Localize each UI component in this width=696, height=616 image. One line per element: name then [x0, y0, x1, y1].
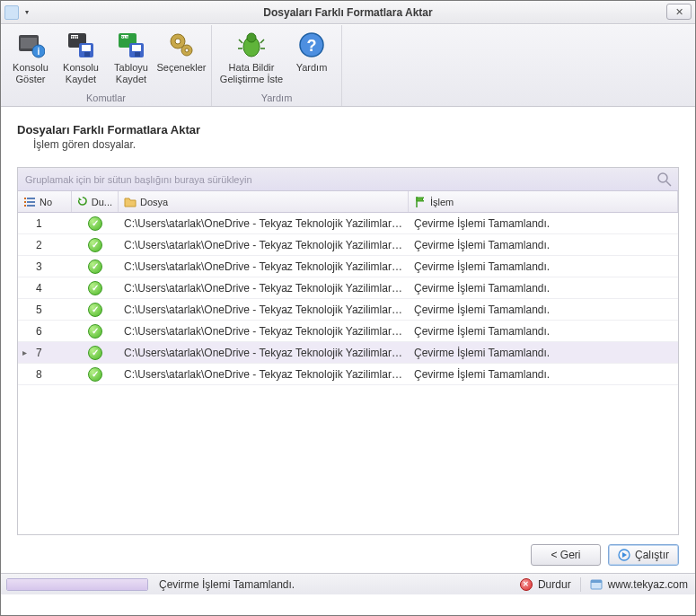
search-icon[interactable]	[656, 172, 673, 188]
folder-icon	[124, 196, 137, 208]
column-header-file[interactable]: Dosya	[119, 191, 409, 212]
cell-status	[72, 303, 119, 317]
table-row[interactable]: 3C:\Users\atarlak\OneDrive - Tekyaz Tekn…	[18, 256, 678, 277]
ribbon-label: Hata BildirGeliştirme İste	[220, 62, 283, 84]
grid-header: No Du... Dosya İşlem	[18, 191, 678, 213]
page-subheading: İşlem gören dosyalar.	[33, 138, 679, 151]
column-label: İşlem	[430, 197, 454, 207]
table-row[interactable]: 1C:\Users\atarlak\OneDrive - Tekyaz Tekn…	[18, 213, 678, 234]
status-ok-icon	[88, 324, 102, 339]
grid-group-hint: Gruplamak için bir sütun başlığını buray…	[25, 174, 252, 185]
svg-text:TXT: TXT	[71, 35, 78, 40]
cell-op: Çevirme İşlemi Tamamlandı.	[409, 260, 678, 273]
svg-text:?: ?	[307, 37, 317, 55]
button-label: Çalıştır	[635, 549, 669, 561]
table-row[interactable]: ▸7C:\Users\atarlak\OneDrive - Tekyaz Tek…	[18, 342, 678, 364]
separator	[580, 577, 581, 592]
title-bar: ▾ Dosyaları Farklı Formatlara Aktar ✕	[1, 1, 695, 24]
cell-status	[72, 324, 119, 339]
run-button[interactable]: Çalıştır	[608, 544, 679, 566]
ribbon: i KonsoluGöster TXT KonsoluKaydet XLS Ta…	[1, 24, 695, 107]
status-ok-icon	[88, 367, 102, 382]
table-row[interactable]: 5C:\Users\atarlak\OneDrive - Tekyaz Tekn…	[18, 299, 678, 321]
cell-status	[72, 281, 119, 295]
column-header-no[interactable]: No	[18, 191, 72, 212]
table-row[interactable]: 4C:\Users\atarlak\OneDrive - Tekyaz Tekn…	[18, 277, 678, 299]
table-row[interactable]: 6C:\Users\atarlak\OneDrive - Tekyaz Tekn…	[18, 321, 678, 342]
column-label: Dosya	[140, 197, 168, 207]
cell-op: Çevirme İşlemi Tamamlandı.	[409, 217, 678, 230]
svg-rect-32	[24, 205, 26, 207]
table-save-icon: XLS	[117, 31, 145, 59]
cell-no: 4	[31, 282, 72, 295]
svg-point-28	[658, 173, 667, 182]
svg-rect-38	[591, 580, 602, 583]
refresh-icon	[77, 196, 88, 208]
cell-no: 3	[31, 260, 72, 273]
ribbon-label: Seçenekler	[156, 62, 206, 74]
show-console-button[interactable]: i KonsoluGöster	[6, 27, 55, 91]
cell-file: C:\Users\atarlak\OneDrive - Tekyaz Tekno…	[119, 347, 409, 359]
status-ok-icon	[88, 260, 102, 274]
cell-file: C:\Users\atarlak\OneDrive - Tekyaz Tekno…	[119, 217, 409, 230]
ribbon-label: Yardım	[296, 62, 328, 74]
row-indicator: ▸	[18, 348, 31, 357]
list-icon	[23, 196, 36, 208]
cell-status	[72, 346, 119, 360]
flag-icon	[414, 196, 427, 208]
svg-rect-15	[135, 52, 140, 57]
progress-bar	[6, 578, 148, 591]
status-message: Çevirme İşlemi Tamamlandı.	[159, 578, 295, 591]
play-icon	[618, 549, 630, 561]
ribbon-label: KonsoluKaydet	[63, 62, 99, 84]
cell-op: Çevirme İşlemi Tamamlandı.	[409, 325, 678, 338]
grid-group-panel[interactable]: Gruplamak için bir sütun başlığını buray…	[18, 168, 678, 191]
cell-status	[72, 238, 119, 252]
svg-point-19	[185, 48, 189, 52]
save-console-button[interactable]: TXT KonsoluKaydet	[57, 27, 105, 91]
ribbon-group-commands: i KonsoluGöster TXT KonsoluKaydet XLS Ta…	[1, 25, 212, 106]
app-icon	[4, 5, 19, 20]
back-button[interactable]: < Geri	[531, 544, 601, 566]
svg-text:XLS: XLS	[121, 35, 128, 40]
stop-button[interactable]: Durdur	[538, 578, 571, 591]
save-table-button[interactable]: XLS TabloyuKaydet	[107, 27, 155, 91]
ribbon-group-caption: Komutlar	[6, 91, 206, 106]
grid-body[interactable]: 1C:\Users\atarlak\OneDrive - Tekyaz Tekn…	[18, 213, 678, 534]
report-bug-button[interactable]: Hata BildirGeliştirme İste	[217, 27, 286, 91]
svg-rect-30	[24, 198, 26, 199]
help-button[interactable]: ? Yardım	[287, 27, 336, 91]
page-heading: Dosyaları Farklı Formatlara Aktar	[17, 123, 679, 136]
cell-no: 5	[31, 304, 72, 316]
cell-file: C:\Users\atarlak\OneDrive - Tekyaz Tekno…	[119, 304, 409, 316]
svg-line-23	[260, 40, 264, 43]
console-show-icon: i	[16, 31, 45, 59]
column-header-op[interactable]: İşlem	[409, 191, 678, 212]
cell-status	[72, 216, 119, 231]
table-row[interactable]: 2C:\Users\atarlak\OneDrive - Tekyaz Tekn…	[18, 234, 678, 256]
cell-no: 1	[31, 217, 72, 230]
svg-point-17	[175, 39, 181, 44]
gear-icon	[167, 31, 196, 59]
cell-status	[72, 260, 119, 274]
cell-op: Çevirme İşlemi Tamamlandı.	[409, 347, 678, 359]
column-label: Du...	[92, 197, 112, 207]
table-row[interactable]: 8C:\Users\atarlak\OneDrive - Tekyaz Tekn…	[18, 364, 678, 385]
window-title: Dosyaları Farklı Formatlara Aktar	[1, 6, 695, 19]
cell-op: Çevirme İşlemi Tamamlandı.	[409, 368, 678, 381]
cell-no: 8	[31, 368, 72, 381]
status-ok-icon	[88, 346, 102, 360]
column-label: No	[40, 197, 52, 207]
ribbon-label: TabloyuKaydet	[114, 62, 148, 84]
column-header-status[interactable]: Du...	[72, 191, 119, 212]
cell-op: Çevirme İşlemi Tamamlandı.	[409, 239, 678, 251]
website-link[interactable]: www.tekyaz.com	[608, 578, 688, 591]
close-button[interactable]: ✕	[666, 4, 692, 20]
svg-rect-14	[132, 45, 141, 51]
options-button[interactable]: Seçenekler	[157, 27, 206, 91]
button-bar: < Geri Çalıştır	[1, 535, 695, 573]
content-header: Dosyaları Farklı Formatlara Aktar İşlem …	[1, 107, 695, 151]
console-save-icon: TXT	[66, 31, 95, 59]
svg-rect-8	[82, 45, 91, 51]
quick-access-dropdown-icon[interactable]: ▾	[22, 8, 31, 17]
